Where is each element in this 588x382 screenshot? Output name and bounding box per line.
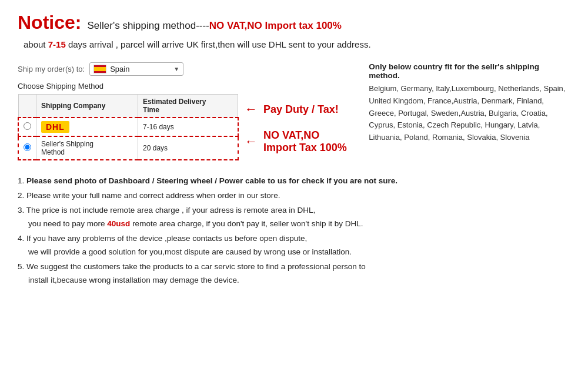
col-radio: [18, 95, 36, 118]
item-extra: you need to pay more 40usd remote area c…: [28, 217, 570, 231]
dhl-arrow-label: Pay Duty / Tax!: [263, 103, 339, 116]
table-row: DHL 7-16 days: [18, 118, 238, 136]
item-text: We suggest the customers take the produc…: [26, 262, 366, 271]
subtitle-before: about: [24, 39, 48, 49]
dhl-arrow-row: ← Pay Duty / Tax!: [245, 102, 351, 117]
list-item: 4. If you have any problems of the devic…: [18, 232, 570, 259]
radio-dhl[interactable]: [18, 118, 36, 136]
col-company: Shipping Company: [36, 95, 138, 118]
seller-arrow-label: NO VAT,NO Import Tax 100%: [263, 129, 351, 154]
table-arrows-row: Shipping Company Estimated DeliveryTime …: [18, 94, 351, 160]
ship-to-label: Ship my order(s) to:: [18, 65, 85, 73]
left-arrow-seller-icon: ←: [245, 134, 258, 149]
list-item: 1. Please send photo of Dashboard / Stee…: [18, 175, 570, 188]
dhl-logo-cell: DHL: [36, 118, 138, 136]
item-num: 5.: [18, 262, 26, 271]
dropdown-arrow-icon: ▼: [173, 66, 179, 72]
countries-info: Only below country fit for the sellr's s…: [369, 62, 570, 160]
seller-arrow-row: ← NO VAT,NO Import Tax 100%: [245, 129, 351, 154]
list-item: 3. The price is not include remote area …: [18, 204, 570, 231]
dhl-time: 7-16 days: [138, 118, 238, 136]
col-delivery: Estimated DeliveryTime: [138, 95, 238, 118]
list-item: 2. Please write your full name and corre…: [18, 189, 570, 203]
left-arrow-dhl-icon: ←: [245, 102, 258, 117]
item-num: 2.: [18, 191, 26, 200]
subtitle: about 7-15 days arrival , parcel will ar…: [24, 39, 570, 49]
choose-method-label: Choose Shipping Method: [18, 82, 351, 91]
seller-radio[interactable]: [24, 143, 31, 151]
notice-text: Seller's shipping method----NO VAT,NO Im…: [87, 20, 342, 32]
country-select[interactable]: Spain ▼: [89, 62, 183, 76]
subtitle-days: 7-15: [48, 39, 66, 49]
item-text: If you have any problems of the device ,…: [26, 234, 307, 243]
dhl-radio[interactable]: [24, 122, 31, 130]
header-notice: Notice: Seller's shipping method----NO V…: [18, 12, 570, 33]
item-num: 1.: [18, 176, 26, 185]
red-amount: 40usd: [107, 219, 130, 228]
main-content: Ship my order(s) to: Spain ▼ Choose Ship…: [18, 62, 570, 160]
item-extra: we will provide a good solution for you,…: [28, 246, 570, 259]
arrows-column: ← Pay Duty / Tax! ← NO VAT,NO Import Tax…: [239, 95, 351, 160]
list-item: 5. We suggest the customers take the pro…: [18, 260, 570, 287]
notice-highlight: NO VAT,NO Import tax 100%: [209, 20, 342, 31]
dhl-logo: DHL: [41, 121, 69, 133]
item-text: Please write your full name and correct …: [26, 191, 280, 200]
item-extra: install it,because wrong installation ma…: [28, 274, 570, 287]
item-num: 3.: [18, 206, 26, 215]
left-column: Ship my order(s) to: Spain ▼ Choose Ship…: [18, 62, 351, 160]
notice-before: Seller's shipping method----: [87, 20, 209, 31]
subtitle-after: days arrival , parcel will arrive UK fir…: [66, 39, 371, 49]
seller-name-cell: Seller's ShippingMethod: [36, 136, 138, 160]
country-name: Spain: [110, 65, 129, 73]
item-text: Please send photo of Dashboard / Steerin…: [26, 176, 397, 185]
numbered-list: 1. Please send photo of Dashboard / Stee…: [18, 175, 570, 287]
seller-time: 20 days: [138, 136, 238, 160]
shipping-table: Shipping Company Estimated DeliveryTime …: [18, 94, 239, 160]
item-num: 4.: [18, 234, 26, 243]
radio-seller[interactable]: [18, 136, 36, 160]
item-text: The price is not include remote area cha…: [26, 206, 315, 215]
countries-title: Only below country fit for the sellr's s…: [369, 62, 570, 80]
notice-label: Notice:: [18, 12, 81, 33]
table-row: Seller's ShippingMethod 20 days: [18, 136, 238, 160]
spain-flag: [93, 65, 106, 73]
ship-to-row: Ship my order(s) to: Spain ▼: [18, 62, 351, 76]
countries-list: Belgium, Germany, Italy,Luxembourg, Neth…: [369, 83, 570, 144]
